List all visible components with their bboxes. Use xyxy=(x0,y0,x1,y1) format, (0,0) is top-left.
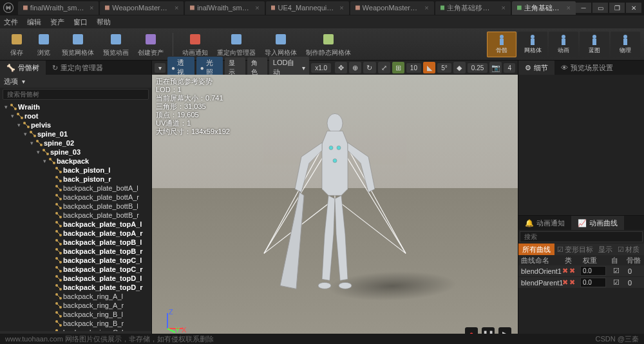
tab-close-icon[interactable]: × xyxy=(175,4,178,12)
bone-node[interactable]: backpack_plate_bottA_l xyxy=(0,184,151,193)
bone-node[interactable]: ▾backpack xyxy=(0,157,151,166)
menu-item[interactable]: 资产 xyxy=(50,17,64,27)
bone-node[interactable]: backpack_plate_bottB_l xyxy=(0,202,151,211)
tree-options[interactable]: 选项 ▾ xyxy=(0,75,151,88)
tab-close-icon[interactable]: × xyxy=(339,4,343,12)
tab-close-icon[interactable]: × xyxy=(90,4,93,12)
bone-node[interactable]: backpack_plate_topC_l xyxy=(0,256,151,265)
tab-close-icon[interactable]: × xyxy=(424,4,428,12)
rotate-mode-button[interactable]: ↻ xyxy=(363,62,375,73)
tree-twisty-icon[interactable]: ▾ xyxy=(15,122,22,128)
speed-button[interactable]: x1.0 xyxy=(311,63,331,73)
bone-node[interactable]: backpack_plate_topD_l xyxy=(0,274,151,283)
filter-morph[interactable]: ☑ 变形目标 xyxy=(554,245,596,254)
bone-node[interactable]: backpack_ring_B_l xyxy=(0,310,151,319)
viewport-3d[interactable]: 正在预览参考姿势 LOD：1 当前屏幕大小：0.741 三角形：31,035 顶… xyxy=(152,75,518,344)
bone-node[interactable]: backpack_ring_A_r xyxy=(0,301,151,310)
tab-close-icon[interactable]: × xyxy=(501,4,505,12)
bone-node[interactable]: back_piston_r xyxy=(0,175,151,184)
curve-row[interactable]: blendOrient1✖✖☑0 xyxy=(518,265,644,277)
curve-type-icon[interactable]: ✖ xyxy=(562,267,568,275)
bone-node[interactable]: backpack_plate_bottB_r xyxy=(0,211,151,220)
bone-node[interactable]: backpack_plate_topB_r xyxy=(0,247,151,256)
document-tab[interactable]: WeaponMaster_GreatSwo× xyxy=(100,1,184,15)
bone-node[interactable]: backpack_plate_topB_l xyxy=(0,238,151,247)
curve-auto-checkbox[interactable]: ☑ xyxy=(609,278,624,287)
angle-snap-value[interactable]: 5° xyxy=(437,63,451,73)
tree-twisty-icon[interactable]: ▾ xyxy=(41,158,48,164)
angle-snap-button[interactable]: ◣ xyxy=(423,62,435,73)
toolbar-save-button[interactable]: 保存 xyxy=(4,30,30,59)
bone-search-input[interactable] xyxy=(3,89,149,100)
toolbar-notify-button[interactable]: 动画通知 xyxy=(178,30,212,59)
bone-node[interactable]: ▾pelvis xyxy=(0,120,151,129)
curve-type-icon[interactable]: ✖ xyxy=(569,267,575,275)
curve-weight-input[interactable] xyxy=(580,266,606,276)
grid-size[interactable]: 10 xyxy=(406,63,421,73)
bone-node[interactable]: backpack_ring_B_r xyxy=(0,319,151,328)
restore-button[interactable]: ❐ xyxy=(609,3,625,13)
scale-snap-button[interactable]: ◆ xyxy=(453,62,466,73)
curve-type-icon[interactable]: ✖ xyxy=(562,278,568,287)
bone-node[interactable]: backpack_plate_topD_r xyxy=(0,283,151,292)
document-tab[interactable]: 主角基础移动_AnimBP× xyxy=(435,1,511,15)
bone-node[interactable]: backpack_ring_A_l xyxy=(0,292,151,301)
bone-node[interactable]: backpack_plate_topA_l xyxy=(0,220,151,229)
tree-twisty-icon[interactable]: ▾ xyxy=(28,140,35,146)
menu-item[interactable]: 帮助 xyxy=(97,17,111,27)
close-button[interactable]: ✕ xyxy=(626,3,641,13)
tab-retarget-manager[interactable]: ↻重定向管理器 xyxy=(46,61,109,75)
toolbar-static-button[interactable]: 制作静态网格体 xyxy=(302,30,355,59)
tab-anim-curve[interactable]: 📈 动画曲线 xyxy=(571,216,624,230)
bone-node[interactable]: ▾spine_03 xyxy=(0,148,151,157)
tab-bone-tree[interactable]: 🦴骨骼树 xyxy=(0,61,46,75)
toolbar-mesh-button[interactable]: 预览网格体 xyxy=(58,30,98,59)
bone-node[interactable]: ▾spine_02 xyxy=(0,139,151,148)
tab-preview-settings[interactable]: 👁 预览场景设置 xyxy=(554,61,620,75)
curve-search-input[interactable] xyxy=(520,231,643,242)
tree-twisty-icon[interactable]: ▾ xyxy=(35,149,41,155)
tree-twisty-icon[interactable]: ▾ xyxy=(3,104,9,110)
document-tab[interactable]: inalWraith_smooth_noGi× xyxy=(185,1,264,15)
toolbar-retarget-button[interactable]: 重定向管理器 xyxy=(213,30,260,59)
tab-close-icon[interactable]: × xyxy=(567,4,571,12)
document-tab[interactable]: UE4_Mannequin_Skeletor× xyxy=(266,1,349,15)
mode-动画-button[interactable]: 动画 xyxy=(549,32,578,57)
tab-close-icon[interactable]: × xyxy=(255,4,259,12)
bone-node[interactable]: backpack_plate_topA_r xyxy=(0,229,151,238)
scale-mode-button[interactable]: ⤢ xyxy=(378,62,390,73)
tree-twisty-icon[interactable]: ▾ xyxy=(22,131,28,137)
menu-item[interactable]: 文件 xyxy=(4,17,18,27)
bone-node[interactable]: backpack_plate_topC_r xyxy=(0,265,151,274)
curve-auto-checkbox[interactable]: ☑ xyxy=(609,267,624,275)
bone-node[interactable]: back_piston_l xyxy=(0,166,151,175)
curve-weight-input[interactable] xyxy=(580,278,606,287)
tree-twisty-icon[interactable]: ▾ xyxy=(9,113,15,119)
mode-骨骼-button[interactable]: 骨骼 xyxy=(487,32,516,57)
tab-anim-notify[interactable]: 🔔 动画通知 xyxy=(518,216,571,230)
select-mode-button[interactable]: ✥ xyxy=(335,62,347,73)
curve-row[interactable]: blendParent1✖✖☑0 xyxy=(518,277,644,289)
filter-all-curves[interactable]: 所有曲线 xyxy=(518,244,554,256)
camera-speed-value[interactable]: 4 xyxy=(504,63,515,73)
curve-type-icon[interactable]: ✖ xyxy=(569,278,575,287)
toolbar-create-button[interactable]: 创建资产 xyxy=(134,30,167,59)
mode-物理-button[interactable]: 物理 xyxy=(611,32,640,57)
grid-snap-button[interactable]: ⊞ xyxy=(392,62,404,73)
document-tab[interactable]: finalWraith_smooth_noGi× xyxy=(18,1,99,15)
mode-网格体-button[interactable]: 网格体 xyxy=(518,32,547,57)
bone-node[interactable]: ▾root xyxy=(0,111,151,120)
filter-material[interactable]: ☑ 材质 xyxy=(615,245,642,254)
maximize-button[interactable]: ▭ xyxy=(592,3,608,13)
toolbar-import-button[interactable]: 导入网格体 xyxy=(261,30,301,59)
tab-details[interactable]: ⚙ 细节 xyxy=(518,61,554,75)
filter-show[interactable]: 显示 xyxy=(596,245,615,254)
translate-mode-button[interactable]: ⊕ xyxy=(349,62,361,73)
minimize-button[interactable]: ─ xyxy=(576,3,591,13)
viewport-menu-button[interactable]: ▾ xyxy=(155,63,166,73)
bone-node[interactable]: ▾Wraith xyxy=(0,102,151,111)
toolbar-anim-button[interactable]: 预览动画 xyxy=(99,30,133,59)
camera-speed-button[interactable]: 📷 xyxy=(489,62,502,73)
menu-item[interactable]: 窗口 xyxy=(73,17,88,27)
scale-snap-value[interactable]: 0.25 xyxy=(468,63,488,73)
